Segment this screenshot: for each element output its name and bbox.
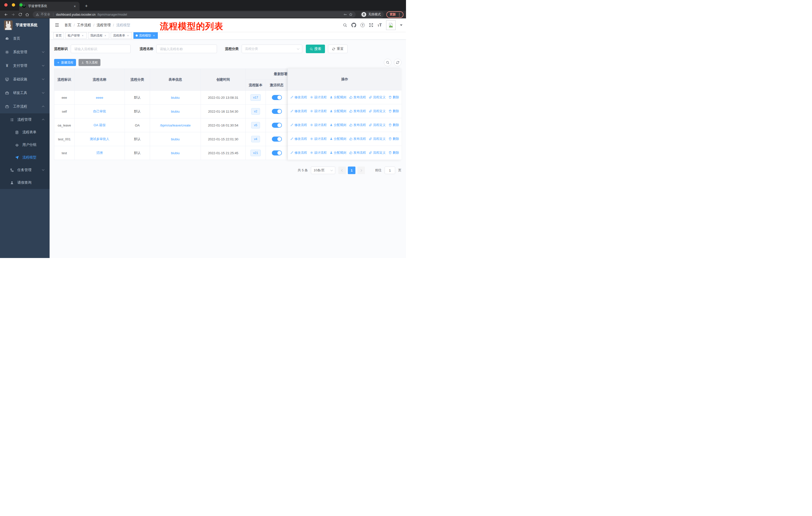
process-name-link[interactable]: eeee — [96, 96, 103, 100]
close-icon[interactable]: × — [81, 34, 84, 37]
delete-link[interactable]: 删除 — [388, 137, 399, 141]
assign-rule-link[interactable]: 分配规则 — [330, 151, 346, 155]
prev-page-button[interactable] — [338, 166, 346, 174]
sidebar-item-workflow[interactable]: 工作流程 — [0, 100, 50, 113]
process-definition-link[interactable]: 流程定义 — [369, 95, 386, 100]
update-button[interactable]: 更新 — [386, 11, 404, 18]
reset-button[interactable]: 重置 — [328, 45, 348, 53]
font-size-icon[interactable]: TT — [378, 23, 382, 27]
tag-tenant[interactable]: 租户管理× — [65, 32, 87, 39]
show-search-button[interactable] — [384, 59, 392, 66]
publish-process-link[interactable]: 发布流程 — [349, 109, 366, 113]
process-definition-link[interactable]: 流程定义 — [369, 151, 386, 155]
form-info-link[interactable]: /bpm/oa/leave/create — [160, 124, 191, 127]
sidebar-item-process-model[interactable]: 流程模型 — [0, 151, 50, 164]
back-arrow-icon[interactable] — [2, 12, 9, 17]
publish-process-link[interactable]: 发布流程 — [349, 151, 366, 155]
close-icon[interactable]: × — [104, 34, 107, 37]
design-process-link[interactable]: 设计流程 — [310, 151, 327, 155]
key-icon[interactable] — [343, 12, 347, 17]
breadcrumb-process-manage[interactable]: 流程管理 — [97, 23, 111, 27]
design-process-link[interactable]: 设计流程 — [310, 95, 327, 100]
form-info-link[interactable]: biubiu — [171, 151, 180, 155]
tag-home[interactable]: 首页 — [53, 32, 64, 39]
modify-process-link[interactable]: 修改流程 — [290, 123, 307, 127]
delete-link[interactable]: 删除 — [388, 151, 399, 155]
kebab-menu-icon[interactable] — [399, 12, 400, 17]
maximize-window-button[interactable] — [19, 3, 23, 6]
modify-process-link[interactable]: 修改流程 — [290, 137, 307, 141]
assign-rule-link[interactable]: 分配规则 — [330, 109, 346, 113]
breadcrumb-workflow[interactable]: 工作流程 — [77, 23, 91, 27]
close-icon[interactable]: × — [152, 34, 155, 37]
sidebar-item-task-manage[interactable]: 任务管理 — [0, 164, 50, 176]
process-definition-link[interactable]: 流程定义 — [369, 109, 386, 113]
current-page-button[interactable]: 1 — [348, 166, 355, 174]
home-icon[interactable] — [24, 12, 31, 17]
form-info-link[interactable]: biubiu — [171, 96, 180, 100]
process-name-link[interactable]: 自己审批 — [93, 109, 106, 113]
active-toggle[interactable] — [272, 151, 282, 156]
tag-process-model[interactable]: 流程模型× — [134, 32, 158, 39]
active-toggle[interactable] — [272, 137, 282, 142]
assign-rule-link[interactable]: 分配规则 — [330, 123, 346, 127]
next-page-button[interactable] — [357, 166, 365, 174]
import-process-button[interactable]: 导入流程 — [79, 59, 100, 66]
design-process-link[interactable]: 设计流程 — [310, 123, 327, 127]
fullscreen-icon[interactable] — [369, 23, 373, 27]
assign-rule-link[interactable]: 分配规则 — [330, 137, 346, 141]
process-name-link[interactable]: OA 请假 — [94, 123, 106, 127]
sidebar-item-devtools[interactable]: 研发工具 — [0, 86, 50, 100]
modify-process-link[interactable]: 修改流程 — [290, 95, 307, 100]
reload-icon[interactable] — [17, 12, 24, 17]
active-toggle[interactable] — [272, 95, 282, 100]
sidebar-collapse-icon[interactable] — [53, 23, 61, 27]
delete-link[interactable]: 删除 — [388, 95, 399, 100]
publish-process-link[interactable]: 发布流程 — [349, 95, 366, 100]
assign-rule-link[interactable]: 分配规则 — [330, 95, 346, 100]
delete-link[interactable]: 删除 — [388, 109, 399, 113]
form-info-link[interactable]: biubiu — [171, 137, 180, 141]
security-label[interactable]: 不安全 — [41, 12, 50, 17]
version-badge[interactable]: v21 — [251, 150, 261, 156]
close-window-button[interactable] — [4, 3, 7, 6]
refresh-table-button[interactable] — [394, 59, 402, 66]
minimize-window-button[interactable] — [12, 3, 15, 6]
tag-process-form[interactable]: 流程表单× — [111, 32, 132, 39]
process-id-input[interactable] — [71, 45, 130, 53]
browser-tab[interactable]: 芋道管理系统 × — [19, 2, 80, 10]
form-info-link[interactable]: biubiu — [171, 110, 180, 113]
page-size-select[interactable]: 10条/页 — [311, 166, 335, 174]
version-badge[interactable]: v2 — [251, 108, 260, 115]
modify-process-link[interactable]: 修改流程 — [290, 109, 307, 113]
process-name-link[interactable]: 滔博 — [96, 151, 103, 155]
help-icon[interactable]: ? — [360, 23, 365, 27]
process-category-select[interactable]: 流程分类 — [242, 45, 302, 53]
sidebar-item-process-form[interactable]: 流程表单 — [0, 126, 50, 139]
search-icon[interactable] — [343, 23, 347, 27]
address-bar[interactable]: 不安全 dashboard.yudao.iocoder.cn/bpm/manag… — [33, 11, 356, 18]
delete-link[interactable]: 删除 — [388, 123, 399, 127]
sidebar-item-leave-query[interactable]: 请假查询 — [0, 176, 50, 189]
tab-close-icon[interactable]: × — [72, 4, 77, 8]
design-process-link[interactable]: 设计流程 — [310, 109, 327, 113]
sidebar-item-process-manage[interactable]: 流程管理 — [0, 113, 50, 126]
process-definition-link[interactable]: 流程定义 — [369, 123, 386, 127]
search-button[interactable]: 搜索 — [306, 45, 325, 53]
active-toggle[interactable] — [272, 109, 282, 114]
publish-process-link[interactable]: 发布流程 — [349, 123, 366, 127]
sidebar-item-payment[interactable]: ¥ 支付管理 — [0, 59, 50, 73]
breadcrumb-home[interactable]: 首页 — [64, 23, 71, 27]
sidebar-item-infra[interactable]: 基础设施 — [0, 73, 50, 86]
sidebar-item-user-group[interactable]: 用户分组 — [0, 139, 50, 151]
process-name-link[interactable]: 测试多审批人 — [90, 137, 110, 141]
close-icon[interactable]: × — [126, 34, 129, 37]
active-toggle[interactable] — [272, 123, 282, 128]
tag-my-process[interactable]: 我的流程× — [88, 32, 109, 39]
sidebar-item-system[interactable]: 系统管理 — [0, 45, 50, 59]
process-definition-link[interactable]: 流程定义 — [369, 137, 386, 141]
version-badge[interactable]: v5 — [251, 122, 260, 129]
caret-down-icon[interactable] — [400, 24, 403, 26]
goto-page-input[interactable] — [385, 166, 395, 174]
new-tab-button[interactable]: + — [83, 3, 90, 9]
